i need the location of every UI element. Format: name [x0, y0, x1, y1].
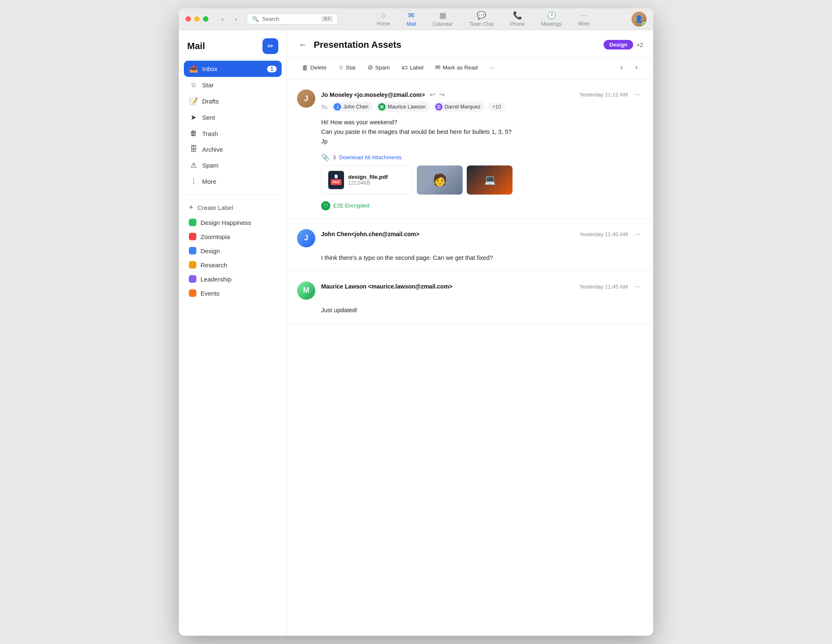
email-more-3[interactable]: ···	[632, 281, 643, 292]
reply-buttons: ↩ ↪	[429, 90, 446, 99]
reply-button[interactable]: ↩	[429, 90, 436, 99]
topnav-calendar-label: Calendar	[433, 21, 453, 27]
nav-item-sent[interactable]: ➤ Sent	[184, 109, 282, 126]
topnav-mail-label: Mail	[407, 21, 416, 27]
minimize-button[interactable]	[194, 16, 200, 22]
mark-read-icon: ✉	[435, 64, 441, 71]
topnav-teamchat[interactable]: 💬 Team Chat	[461, 8, 502, 30]
label-events[interactable]: Events	[184, 286, 282, 300]
delete-button[interactable]: 🗑 Delete	[297, 61, 332, 74]
topnav-meetings[interactable]: 🕐 Meetings	[533, 8, 570, 30]
email-body-line3: Jp	[321, 137, 643, 146]
label-dot-research	[189, 261, 196, 269]
topnav-home[interactable]: ⌂ Home	[369, 8, 399, 30]
recipient-avatar-darrel: D	[435, 103, 443, 111]
nav-item-trash[interactable]: 🗑 Trash	[184, 126, 282, 141]
prev-thread-button[interactable]: ‹	[615, 61, 628, 74]
sender-avatar-john: J	[297, 229, 315, 247]
phone-icon: 📞	[513, 11, 522, 20]
sidebar: Mail ✏ 📥 Inbox 1 ☆ Star 📝 Drafts ➤ Sent	[179, 30, 287, 636]
sidebar-divider	[184, 195, 282, 195]
download-all-button[interactable]: Download All Attachments	[339, 154, 401, 160]
back-button[interactable]: ←	[297, 38, 309, 51]
email-time-2: Yesterday 11:40 AM	[579, 231, 628, 237]
sender-avatar-maurice: M	[297, 281, 315, 300]
label-action-icon: 🏷	[401, 64, 408, 71]
label-label: Label	[410, 64, 423, 71]
compose-button[interactable]: ✏	[262, 38, 278, 54]
image-thumb-2[interactable]: 💻	[467, 165, 513, 195]
nav-item-archive[interactable]: 🗄 Archive	[184, 141, 282, 157]
nav-item-star[interactable]: ☆ Star	[184, 77, 282, 93]
topnav-mail[interactable]: ✉ Mail	[399, 8, 424, 30]
star-button[interactable]: ☆ Star	[333, 61, 361, 74]
nav-inbox-label: Inbox	[202, 65, 218, 72]
label-zoomtopia[interactable]: Zoomtopia	[184, 229, 282, 244]
recipient-darrel-name: Darrel Marquez	[445, 104, 480, 110]
topnav-phone[interactable]: 📞 Phone	[502, 8, 533, 30]
email-more-1[interactable]: ···	[632, 89, 643, 100]
toolbar-more-button[interactable]: ···	[484, 62, 499, 74]
delete-icon: 🗑	[302, 64, 308, 71]
nav-star-label: Star	[202, 81, 214, 89]
nav-item-more[interactable]: ⋮ More	[184, 173, 282, 190]
image-thumb-1[interactable]: 🧑	[417, 165, 463, 195]
inbox-badge: 1	[267, 66, 277, 72]
mark-read-button[interactable]: ✉ Mark as Read	[430, 61, 483, 74]
sender-avatar-jo: J	[297, 89, 315, 108]
sent-icon: ➤	[189, 113, 198, 122]
search-bar[interactable]: 🔍 Search ⌘F	[247, 13, 338, 25]
nav-item-drafts[interactable]: 📝 Drafts	[184, 93, 282, 109]
thread-title: Presentation Assets	[314, 39, 604, 50]
traffic-lights	[186, 16, 208, 22]
nav-item-inbox[interactable]: 📥 Inbox 1	[184, 61, 282, 77]
label-leadership[interactable]: Leadership	[184, 272, 282, 286]
label-design-happiness[interactable]: Design Happiness	[184, 215, 282, 229]
nav-more-label: More	[202, 178, 216, 185]
spam-button[interactable]: ⊘ Spam	[363, 61, 395, 74]
forward-button[interactable]: ↪	[438, 90, 446, 99]
user-avatar[interactable]: 👤	[631, 12, 646, 27]
tag-design[interactable]: Design	[604, 40, 633, 49]
label-dot-design	[189, 247, 196, 254]
label-research[interactable]: Research	[184, 258, 282, 272]
encrypted-badge: 🛡 E2E Encrypted	[321, 201, 643, 210]
to-label: To:	[321, 104, 328, 110]
email-more-2[interactable]: ···	[632, 229, 643, 239]
recipient-darrel: D Darrel Marquez	[433, 102, 485, 112]
titlebar: ‹ › 🔍 Search ⌘F ⌂ Home ✉ Mail ▦ Calendar…	[179, 8, 653, 30]
pdf-doc-icon: 📄	[334, 175, 338, 178]
create-label-button[interactable]: + Create Label	[184, 200, 282, 215]
back-arrow[interactable]: ‹	[217, 13, 228, 25]
topnav-calendar[interactable]: ▦ Calendar	[424, 8, 461, 30]
email-time-3: Yesterday 11:45 AM	[579, 284, 628, 290]
spam-icon: ⚠	[189, 161, 198, 170]
recipient-maurice-name: Maurice Lawson	[388, 104, 426, 110]
fullscreen-button[interactable]	[203, 16, 208, 22]
online-indicator	[642, 22, 646, 26]
close-button[interactable]	[186, 16, 191, 22]
main-layout: Mail ✏ 📥 Inbox 1 ☆ Star 📝 Drafts ➤ Sent	[179, 30, 653, 636]
email-body-line2: Can you paste in the images that would b…	[321, 127, 643, 137]
nav-item-spam[interactable]: ⚠ Spam	[184, 157, 282, 173]
recipient-avatar-maurice: M	[378, 103, 386, 111]
topnav-more[interactable]: ··· More	[570, 8, 598, 30]
forward-arrow[interactable]: ›	[230, 13, 242, 25]
pdf-icon: 📄 PDF	[328, 171, 344, 189]
email-meta-2: J John Chen<john.chen@zmail.com> Yesterd…	[297, 229, 643, 247]
label-design[interactable]: Design	[184, 244, 282, 258]
thread-header: ← Presentation Assets Design +2	[287, 30, 653, 57]
topnav-meetings-label: Meetings	[541, 21, 562, 27]
mark-read-label: Mark as Read	[443, 64, 478, 71]
sidebar-header: Mail ✏	[184, 38, 282, 54]
file-info: design_file.pdf 122.04KB	[348, 174, 406, 186]
label-zoomtopia-text: Zoomtopia	[201, 233, 230, 240]
nav-drafts-label: Drafts	[202, 98, 219, 105]
attachment-header: 📎 3 Download All Attachments	[321, 153, 643, 161]
sender-name-jo: Jo Moseley <jo.moseley@zmail.com>	[321, 91, 425, 98]
topnav-more-label: More	[578, 21, 589, 27]
file-attachment[interactable]: 📄 PDF design_file.pdf 122.04KB	[321, 165, 413, 195]
plus-icon: +	[189, 203, 193, 212]
next-thread-button[interactable]: ›	[630, 61, 643, 74]
label-button[interactable]: 🏷 Label	[396, 61, 428, 74]
